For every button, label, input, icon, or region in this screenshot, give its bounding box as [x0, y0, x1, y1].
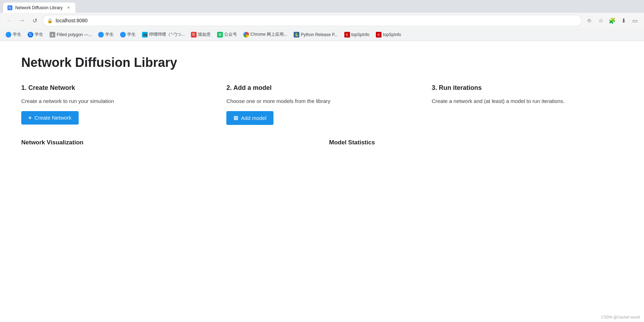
- bookmark-item[interactable]: 🌐 学生: [117, 30, 139, 39]
- step-2-section: 2. Add a model Choose one or more models…: [226, 84, 417, 125]
- bookmark-label: 学生: [105, 31, 114, 38]
- bookmark-item[interactable]: 微 公众号: [214, 30, 240, 39]
- step-1-description: Create a network to run your simulation: [21, 97, 212, 105]
- share-button[interactable]: ⎋: [584, 16, 594, 25]
- bookmark-label: 猿如意: [198, 31, 211, 38]
- url-text: localhost:8080: [56, 18, 577, 23]
- bookmark-label: Chrome 网上应用...: [250, 31, 287, 38]
- watermark: CSDN @Cachel wood: [601, 315, 640, 319]
- create-network-button[interactable]: + Create Network: [21, 111, 79, 125]
- bookmark-item[interactable]: C topSpInfo: [341, 30, 372, 39]
- grid-icon: ⊞: [233, 115, 238, 121]
- step-2-title: 2. Add a model: [226, 84, 417, 92]
- bookmark-favicon: 微: [217, 32, 223, 38]
- nav-actions: ⎋ ☆ 🧩 ⬇ ▭: [584, 16, 640, 25]
- bookmark-label: 哔哩哔哩（°-°)つ...: [149, 31, 185, 38]
- bookmark-favicon: G: [28, 32, 33, 38]
- bookmark-favicon: ▲: [50, 32, 55, 38]
- forward-button[interactable]: →: [17, 16, 27, 25]
- tab-bar: N Network Diffusion Library ✕: [0, 0, 644, 13]
- step-3-title: 3. Run iterations: [432, 84, 623, 92]
- add-model-label: Add model: [241, 115, 266, 121]
- bookmark-item[interactable]: 📺 哔哩哔哩（°-°)つ...: [139, 30, 187, 39]
- bookmark-label: 公众号: [224, 31, 237, 38]
- tab-title: Network Diffusion Library: [15, 5, 63, 10]
- back-button[interactable]: ←: [4, 16, 14, 25]
- lock-icon: 🔒: [47, 18, 53, 23]
- step-2-description: Choose one or more models from the libra…: [226, 97, 417, 105]
- model-statistics-title: Model Statistics: [329, 139, 623, 146]
- bookmark-item[interactable]: 🌐 学生: [95, 30, 117, 39]
- address-bar[interactable]: 🔒 localhost:8080: [43, 15, 582, 26]
- steps-grid: 1. Create Network Create a network to ru…: [21, 84, 623, 125]
- page-content: Network Diffusion Library 1. Create Netw…: [0, 41, 644, 322]
- bookmark-favicon: C: [376, 32, 382, 38]
- bookmark-favicon: 🌐: [98, 32, 104, 38]
- bookmark-item[interactable]: 🌐 学生: [3, 30, 24, 39]
- bookmark-favicon: [243, 32, 249, 38]
- bookmark-favicon: 📺: [142, 32, 148, 38]
- refresh-button[interactable]: ↺: [30, 16, 40, 25]
- active-tab[interactable]: N Network Diffusion Library ✕: [3, 2, 76, 13]
- tab-close-button[interactable]: ✕: [66, 5, 71, 11]
- bookmark-label: topSpInfo: [351, 32, 369, 37]
- browser-chrome: N Network Diffusion Library ✕ ← → ↺ 🔒 lo…: [0, 0, 644, 41]
- bookmarks-bar: 🌐 学生 G 学生 ▲ Filled polygon —... 🌐 学生 🌐 学…: [0, 28, 644, 41]
- network-visualization-section: Network Visualization: [21, 139, 315, 146]
- bookmark-item[interactable]: G 学生: [25, 30, 46, 39]
- bookmark-label: Filled polygon —...: [57, 32, 92, 37]
- bookmark-item[interactable]: C topSpInfo: [373, 30, 404, 39]
- bookmark-favicon: 🌐: [6, 32, 11, 38]
- network-visualization-title: Network Visualization: [21, 139, 315, 146]
- plus-icon: +: [28, 115, 32, 121]
- download-button[interactable]: ⬇: [618, 16, 628, 25]
- step-1-title: 1. Create Network: [21, 84, 212, 92]
- step-1-section: 1. Create Network Create a network to ru…: [21, 84, 212, 125]
- bookmark-label: 学生: [13, 31, 21, 38]
- menu-button[interactable]: ▭: [630, 16, 640, 25]
- tab-favicon: N: [7, 5, 12, 10]
- page-title: Network Diffusion Library: [21, 55, 623, 70]
- bookmark-label: 学生: [35, 31, 43, 38]
- extensions-button[interactable]: 🧩: [607, 16, 617, 25]
- bookmark-button[interactable]: ☆: [596, 16, 606, 25]
- bookmark-favicon: C: [344, 32, 350, 38]
- bookmark-label: 学生: [127, 31, 136, 38]
- navigation-bar: ← → ↺ 🔒 localhost:8080 ⎋ ☆ 🧩 ⬇ ▭: [0, 13, 644, 28]
- bookmark-item[interactable]: ▲ Filled polygon —...: [47, 30, 95, 39]
- add-model-button[interactable]: ⊞ Add model: [226, 111, 273, 125]
- bookmark-label: Python Release P...: [301, 32, 338, 37]
- bookmark-item[interactable]: 🐍 Python Release P...: [291, 30, 341, 39]
- bookmark-item[interactable]: Chrome 网上应用...: [241, 30, 290, 39]
- bookmark-label: topSpInfo: [383, 32, 401, 37]
- bookmark-favicon: 🌐: [120, 32, 126, 38]
- bookmark-favicon: 🐍: [294, 32, 299, 38]
- bottom-sections: Network Visualization Model Statistics: [21, 139, 623, 146]
- step-3-section: 3. Run iterations Create a network and (…: [432, 84, 623, 125]
- step-3-description: Create a network and (at least) a model …: [432, 97, 623, 105]
- bookmark-item[interactable]: 猿 猿如意: [188, 30, 214, 39]
- bookmark-favicon: 猿: [191, 32, 197, 38]
- model-statistics-section: Model Statistics: [329, 139, 623, 146]
- create-network-label: Create Network: [34, 115, 71, 121]
